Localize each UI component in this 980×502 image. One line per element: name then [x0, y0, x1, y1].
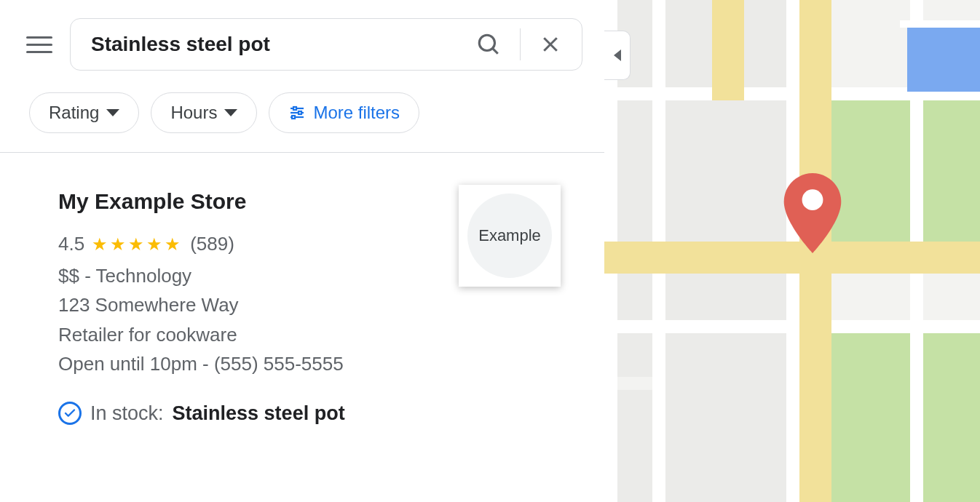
- divider: [520, 28, 521, 60]
- close-icon[interactable]: [540, 33, 561, 55]
- search-icon[interactable]: [476, 32, 501, 57]
- menu-icon[interactable]: [26, 31, 52, 57]
- star-icon: ★★★★★: [92, 234, 183, 255]
- svg-rect-9: [292, 116, 295, 119]
- svg-point-0: [479, 35, 494, 50]
- filter-more-label: More filters: [313, 103, 400, 123]
- map-pin-icon[interactable]: [783, 173, 842, 253]
- address: 123 Somewhere Way: [58, 290, 575, 319]
- filter-rating[interactable]: Rating: [29, 92, 139, 133]
- hours-phone: Open until 10pm - (555) 555-5555: [58, 349, 575, 378]
- thumbnail-label: Example: [467, 194, 552, 278]
- description: Retailer for cookware: [58, 320, 575, 349]
- map-park: [923, 100, 980, 242]
- svg-rect-8: [299, 111, 301, 114]
- svg-line-1: [492, 49, 497, 54]
- map-canvas[interactable]: [604, 0, 980, 502]
- check-circle-icon: [58, 402, 82, 425]
- search-input[interactable]: [91, 33, 476, 56]
- sliders-icon: [288, 104, 306, 121]
- result-card[interactable]: My Example Store 4.5 ★★★★★ (589) $$ - Te…: [0, 152, 604, 425]
- search-box: [70, 18, 582, 71]
- rating-value: 4.5: [58, 233, 84, 255]
- svg-rect-7: [293, 107, 296, 110]
- svg-point-10: [802, 189, 823, 210]
- filter-rating-label: Rating: [49, 103, 99, 123]
- in-stock-row: In stock: Stainless steel pot: [58, 402, 575, 425]
- filter-hours-label: Hours: [170, 103, 217, 123]
- map-water: [907, 26, 980, 92]
- filter-hours[interactable]: Hours: [151, 92, 257, 133]
- chevron-left-icon: [614, 49, 621, 61]
- caret-down-icon: [106, 109, 119, 116]
- in-stock-label: In stock:: [90, 402, 164, 425]
- collapse-panel-button[interactable]: [604, 31, 631, 80]
- result-thumbnail[interactable]: Example: [459, 185, 561, 287]
- in-stock-item: Stainless steel pot: [173, 402, 345, 425]
- review-count: (589): [190, 233, 234, 255]
- caret-down-icon: [224, 109, 237, 116]
- filter-more[interactable]: More filters: [269, 92, 419, 133]
- map-park: [923, 333, 980, 502]
